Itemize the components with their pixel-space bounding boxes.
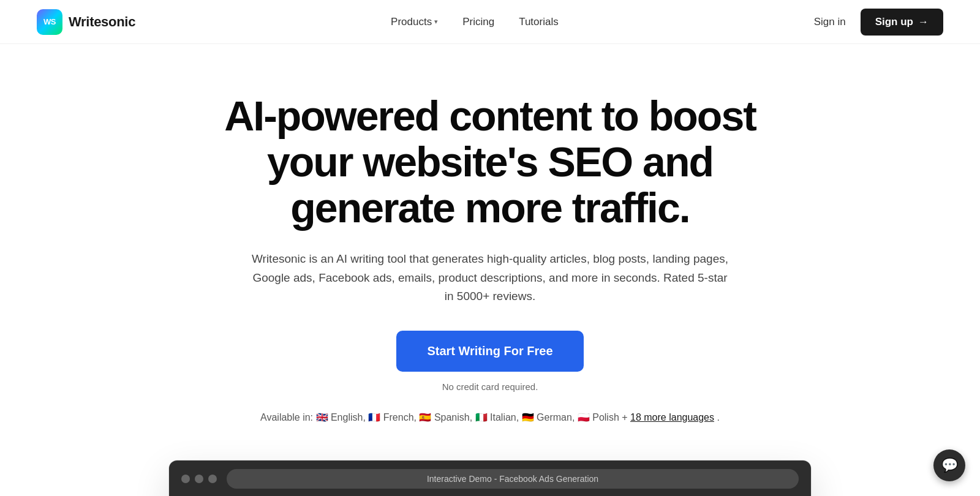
logo-link[interactable]: WS Writesonic <box>37 9 135 35</box>
nav-pricing[interactable]: Pricing <box>462 16 494 28</box>
demo-titlebar: Interactive Demo - Facebook Ads Generati… <box>169 460 811 496</box>
chat-bubble[interactable]: 💬 <box>933 449 965 481</box>
pricing-label: Pricing <box>462 16 494 28</box>
logo-text: Writesonic <box>69 14 135 30</box>
minimize-dot <box>195 475 203 483</box>
signin-link[interactable]: Sign in <box>814 16 846 28</box>
products-chevron-icon: ▾ <box>434 18 438 26</box>
cta-button[interactable]: Start Writing For Free <box>396 331 583 372</box>
tutorials-label: Tutorials <box>519 16 559 28</box>
demo-window: Interactive Demo - Facebook Ads Generati… <box>168 460 812 496</box>
languages-text: Available in: 🇬🇧 English, 🇫🇷 French, 🇪🇸 … <box>260 411 720 423</box>
arrow-icon: → <box>918 16 929 28</box>
signup-button[interactable]: Sign up → <box>861 9 943 36</box>
url-bar: Interactive Demo - Facebook Ads Generati… <box>227 469 799 489</box>
nav-tutorials[interactable]: Tutorials <box>519 16 559 28</box>
chat-icon: 💬 <box>941 457 958 473</box>
hero-subtitle: Writesonic is an AI writing tool that ge… <box>251 250 729 306</box>
no-credit-text: No credit card required. <box>442 381 538 392</box>
products-label: Products <box>391 16 432 28</box>
maximize-dot <box>208 475 217 483</box>
languages-flags: 🇬🇧 English, 🇫🇷 French, 🇪🇸 Spanish, 🇮🇹 It… <box>316 412 628 423</box>
hero-title: AI-powered content to boost your website… <box>184 93 796 230</box>
hero-section: AI-powered content to boost your website… <box>0 44 980 496</box>
window-controls <box>181 475 217 483</box>
logo-icon: WS <box>37 9 62 35</box>
more-languages-link[interactable]: 18 more languages <box>630 412 714 423</box>
nav-links: Products ▾ Pricing Tutorials <box>391 16 559 28</box>
nav-products[interactable]: Products ▾ <box>391 16 438 28</box>
close-dot <box>181 475 190 483</box>
navbar-actions: Sign in Sign up → <box>814 9 943 36</box>
navbar: WS Writesonic Products ▾ Pricing Tutoria… <box>0 0 980 44</box>
